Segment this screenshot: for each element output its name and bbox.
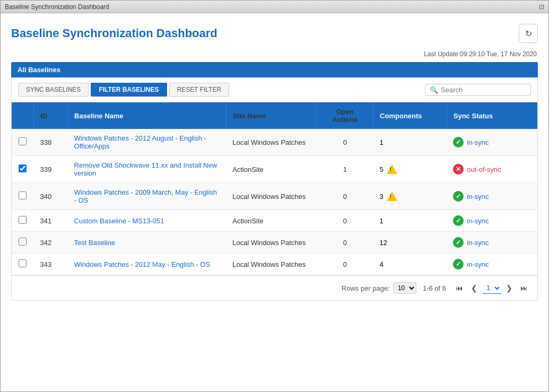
prev-page-button[interactable]: ❮ — [467, 281, 481, 295]
baselines-table: ID Baseline Name Site Name Open Actions … — [12, 102, 537, 275]
col-site: Site Name — [226, 102, 317, 129]
component-count: 1 — [380, 138, 384, 146]
sync-baselines-button[interactable]: SYNC BASELINES — [18, 83, 89, 97]
row-id: 343 — [34, 254, 68, 275]
row-components: 1 — [373, 210, 447, 232]
row-id: 342 — [34, 232, 68, 254]
row-checkbox[interactable] — [19, 259, 27, 267]
last-page-button[interactable]: ⏭ — [517, 281, 531, 295]
row-checkbox[interactable] — [19, 137, 27, 145]
table-body: 338Windows Patches - 2012 August - Engli… — [12, 129, 537, 275]
page-info: 1-6 of 6 — [423, 284, 446, 292]
page-number-select[interactable]: 1 — [482, 282, 501, 294]
sync-status-text: in-sync — [467, 239, 489, 247]
row-checkbox[interactable] — [19, 191, 27, 199]
header-row: Baseline Synchronization Dashboard ↻ — [11, 24, 538, 43]
col-id: ID — [34, 102, 68, 129]
col-name: Baseline Name — [68, 102, 226, 129]
component-count: 3 — [380, 193, 384, 201]
row-sync-status: ✓in-sync — [447, 232, 537, 254]
table-row: 338Windows Patches - 2012 August - Engli… — [12, 129, 537, 156]
pagination-row: Rows per page: 10 25 50 1-6 of 6 ⏮ ❮ 1 ❯… — [11, 276, 538, 301]
row-site: ActionSite — [226, 156, 317, 183]
refresh-button[interactable]: ↻ — [519, 24, 538, 43]
toolbar: SYNC BASELINES FILTER BASELINES RESET FI… — [11, 77, 538, 102]
row-open-actions: 0 — [317, 129, 373, 156]
table-container: ID Baseline Name Site Name Open Actions … — [11, 102, 538, 276]
warning-icon — [387, 191, 397, 201]
warning-icon — [387, 164, 397, 174]
col-components: Components — [373, 102, 447, 129]
baseline-name-link[interactable]: Custom Baseline - MS13-051 — [74, 217, 164, 225]
window-title: Baseline Synchronization Dashboard — [5, 3, 109, 11]
sync-status-text: in-sync — [467, 193, 489, 201]
row-components: 3 — [373, 183, 447, 210]
sync-status-text: in-sync — [467, 138, 489, 146]
rows-per-page: Rows per page: 10 25 50 — [342, 282, 416, 294]
row-id: 341 — [34, 210, 68, 232]
row-site: Local Windows Patches — [226, 183, 317, 210]
row-open-actions: 0 — [317, 183, 373, 210]
table-row: 340Windows Patches - 2009 March, May - E… — [12, 183, 537, 210]
row-components: 1 — [373, 129, 447, 156]
row-sync-status: ✓in-sync — [447, 129, 537, 156]
row-checkbox[interactable] — [19, 164, 27, 172]
table-header-row: ID Baseline Name Site Name Open Actions … — [12, 102, 537, 129]
next-page-button[interactable]: ❯ — [502, 281, 516, 295]
content-area: Baseline Synchronization Dashboard ↻ Las… — [1, 13, 548, 306]
rows-per-page-label: Rows per page: — [342, 284, 390, 292]
row-sync-status: ✓in-sync — [447, 254, 537, 275]
row-open-actions: 0 — [317, 254, 373, 275]
row-sync-status: ✓in-sync — [447, 210, 537, 232]
first-page-button[interactable]: ⏮ — [452, 281, 466, 295]
reset-filter-button[interactable]: RESET FILTER — [169, 83, 230, 97]
component-count: 4 — [380, 260, 384, 268]
baseline-name-link[interactable]: Remove Old Shockwave 11.xx and Install N… — [74, 161, 217, 177]
sync-status-text: in-sync — [467, 217, 489, 225]
row-components: 5 — [373, 156, 447, 183]
component-count: 12 — [380, 239, 387, 247]
row-checkbox[interactable] — [19, 238, 27, 246]
row-site: Local Windows Patches — [226, 254, 317, 275]
component-count: 5 — [380, 165, 384, 173]
col-sync-status: Sync Status — [447, 102, 537, 129]
last-update: Last Update:09:29:10 Tue, 17 Nov 2020 — [11, 50, 538, 58]
table-row: 339Remove Old Shockwave 11.xx and Instal… — [12, 156, 537, 183]
title-bar: Baseline Synchronization Dashboard ⊡ — [1, 1, 548, 13]
row-checkbox[interactable] — [19, 216, 27, 224]
all-baselines-header: All Baselines — [11, 62, 538, 77]
row-id: 338 — [34, 129, 68, 156]
sync-ok-icon: ✓ — [453, 137, 464, 147]
row-id: 340 — [34, 183, 68, 210]
row-sync-status: ✓in-sync — [447, 183, 537, 210]
window-icon[interactable]: ⊡ — [539, 3, 544, 11]
row-open-actions: 0 — [317, 232, 373, 254]
sync-ok-icon: ✓ — [453, 259, 464, 269]
baseline-name-link[interactable]: Windows Patches - 2009 March, May - Engl… — [74, 188, 217, 204]
page-title: Baseline Synchronization Dashboard — [11, 27, 217, 40]
sync-status-text: out-of-sync — [467, 165, 501, 173]
table-row: 342Test BaselineLocal Windows Patches012… — [12, 232, 537, 254]
sync-ok-icon: ✓ — [453, 237, 464, 248]
filter-baselines-button[interactable]: FILTER BASELINES — [91, 83, 167, 97]
row-open-actions: 1 — [317, 156, 373, 183]
sync-ok-icon: ✓ — [453, 215, 464, 226]
row-open-actions: 0 — [317, 210, 373, 232]
sync-status-text: in-sync — [467, 260, 489, 268]
row-site: ActionSite — [226, 210, 317, 232]
row-components: 4 — [373, 254, 447, 275]
window-frame: Baseline Synchronization Dashboard ⊡ Bas… — [0, 0, 549, 392]
baseline-name-link[interactable]: Windows Patches - 2012 May - English - O… — [74, 260, 211, 268]
col-open-actions: Open Actions — [317, 102, 373, 129]
row-components: 12 — [373, 232, 447, 254]
row-site: Local Windows Patches — [226, 129, 317, 156]
row-site: Local Windows Patches — [226, 232, 317, 254]
baseline-name-link[interactable]: Windows Patches - 2012 August - English … — [74, 134, 206, 150]
component-count: 1 — [380, 217, 384, 225]
baseline-name-link[interactable]: Test Baseline — [74, 239, 115, 247]
rows-per-page-select[interactable]: 10 25 50 — [393, 282, 416, 294]
search-input[interactable] — [441, 86, 526, 94]
search-box: 🔍 — [425, 84, 531, 96]
sync-error-icon: ✕ — [453, 164, 464, 175]
col-checkbox — [12, 102, 34, 129]
